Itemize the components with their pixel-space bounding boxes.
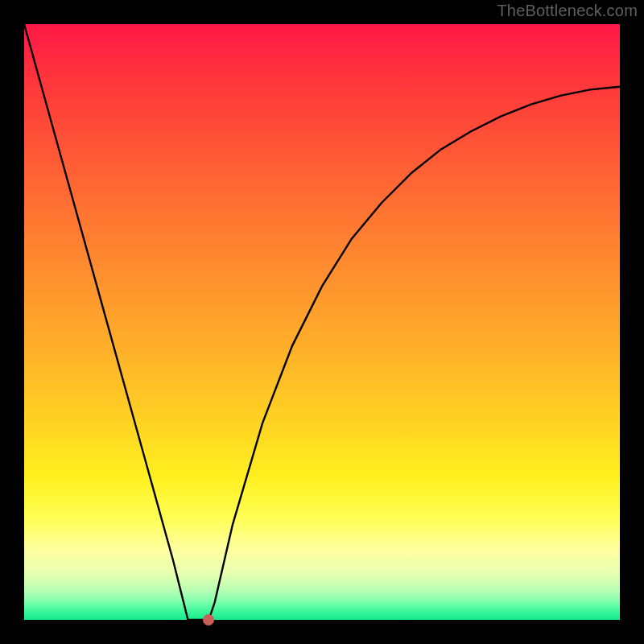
curve-path: [24, 24, 620, 620]
minimum-marker: [203, 614, 214, 625]
chart-frame: TheBottleneck.com: [0, 0, 644, 644]
watermark-text: TheBottleneck.com: [497, 2, 638, 20]
bottleneck-curve: [24, 24, 620, 620]
